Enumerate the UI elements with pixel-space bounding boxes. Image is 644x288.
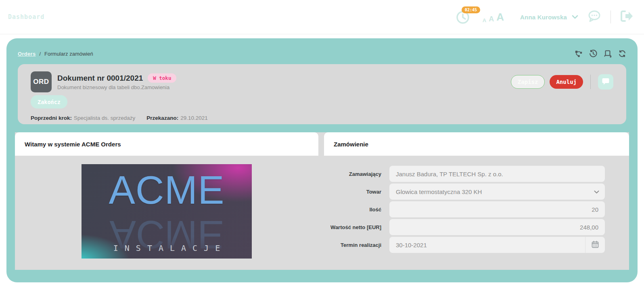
font-large-button[interactable]: A <box>496 11 504 23</box>
date-field-group <box>389 237 605 253</box>
acme-brand-text: ACME <box>82 167 252 213</box>
refresh-icon[interactable] <box>618 50 626 58</box>
form-row-termin-realizacji: Termin realizacji <box>324 237 605 253</box>
document-header-card: ORD Dokument nr 0001/2021 W toku Dokumen… <box>18 64 626 124</box>
handed-over-value: 29.10.2021 <box>180 115 208 121</box>
welcome-panel-title: Witamy w systemie ACME Orders <box>15 132 318 156</box>
logout-icon[interactable] <box>620 10 634 24</box>
acme-subtitle-text: INSTALACJE <box>82 243 252 253</box>
session-timer[interactable]: 02:45 <box>455 9 471 25</box>
breadcrumb-orders-link[interactable]: Orders <box>18 51 36 57</box>
breadcrumb-separator: / <box>39 51 41 57</box>
user-name: Anna Kurowska <box>520 14 567 21</box>
order-panel-title: Zamówienie <box>324 132 629 156</box>
calendar-icon <box>592 241 599 249</box>
welcome-panel: Witamy w systemie ACME Orders ACME ACME … <box>15 132 318 270</box>
timer-badge: 02:45 <box>462 6 480 13</box>
history-icon[interactable] <box>589 50 597 58</box>
zamawiajacy-field[interactable] <box>389 166 605 182</box>
date-picker-button[interactable] <box>585 237 605 253</box>
cancel-button[interactable]: Anuluj <box>550 75 583 89</box>
scroll-icon[interactable] <box>604 50 612 58</box>
workflow-icon[interactable] <box>575 50 583 58</box>
previous-step-value: Specjalista ds. sprzedaży <box>74 115 135 121</box>
form-row-ilosc: Ilość <box>324 201 605 217</box>
towar-select-value[interactable] <box>389 184 605 200</box>
towar-label: Towar <box>324 189 381 195</box>
font-small-button[interactable]: A <box>483 17 486 23</box>
topbar: Dashboard 02:45 A A A Anna Kurowska <box>0 0 644 34</box>
previous-step: Poprzedni krok:Specjalista ds. sprzedaży <box>31 115 135 121</box>
save-button[interactable]: Zapisz <box>511 75 545 89</box>
document-title: Dokument nr 0001/2021 <box>57 74 143 83</box>
zamawiajacy-label: Zamawiający <box>324 171 381 177</box>
previous-step-label: Poprzedni krok: <box>31 115 72 121</box>
wartosc-netto-label: Wartość netto [EUR] <box>324 224 381 230</box>
ilosc-field[interactable] <box>389 201 605 217</box>
form-row-zamawiajacy: Zamawiający <box>324 166 605 182</box>
main-panel: Orders / Formularz zamówień <box>6 38 638 282</box>
topbar-divider <box>611 10 611 23</box>
clock-icon <box>455 19 471 26</box>
order-form: Zamawiający Towar Ilość <box>324 156 629 255</box>
form-row-wartosc-netto: Wartość netto [EUR] <box>324 219 605 235</box>
user-menu[interactable]: Anna Kurowska <box>520 13 578 21</box>
handed-over-label: Przekazano: <box>146 115 178 121</box>
comment-button[interactable] <box>598 74 613 90</box>
chat-icon[interactable] <box>587 10 602 24</box>
status-badge: W toku <box>148 73 176 83</box>
font-size-controls: A A A <box>483 11 504 23</box>
font-medium-button[interactable]: A <box>489 15 494 23</box>
form-row-towar: Towar <box>324 184 605 200</box>
comment-icon <box>602 78 609 86</box>
finish-button[interactable]: Zakończ <box>31 95 67 109</box>
towar-select[interactable] <box>389 184 605 200</box>
dashboard-link[interactable]: Dashboard <box>8 13 44 21</box>
breadcrumb: Orders / Formularz zamówień <box>18 51 93 57</box>
handed-over: Przekazano:29.10.2021 <box>146 115 207 121</box>
wartosc-netto-field[interactable] <box>389 219 605 235</box>
termin-realizacji-field[interactable] <box>389 237 585 253</box>
termin-realizacji-label: Termin realizacji <box>324 242 381 248</box>
order-panel: Zamówienie Zamawiający Towar <box>324 132 629 270</box>
document-type-badge: ORD <box>31 71 52 92</box>
actions-divider <box>590 75 591 89</box>
acme-brand-image: ACME ACME INSTALACJE <box>82 164 252 259</box>
content-region: Witamy w systemie ACME Orders ACME ACME … <box>15 132 629 270</box>
ilosc-label: Ilość <box>324 207 381 213</box>
breadcrumb-current: Formularz zamówień <box>44 51 93 57</box>
chevron-down-icon <box>572 13 578 21</box>
document-subtitle: Dokument biznesowy dla tabeli dbo.Zamowi… <box>57 84 176 90</box>
